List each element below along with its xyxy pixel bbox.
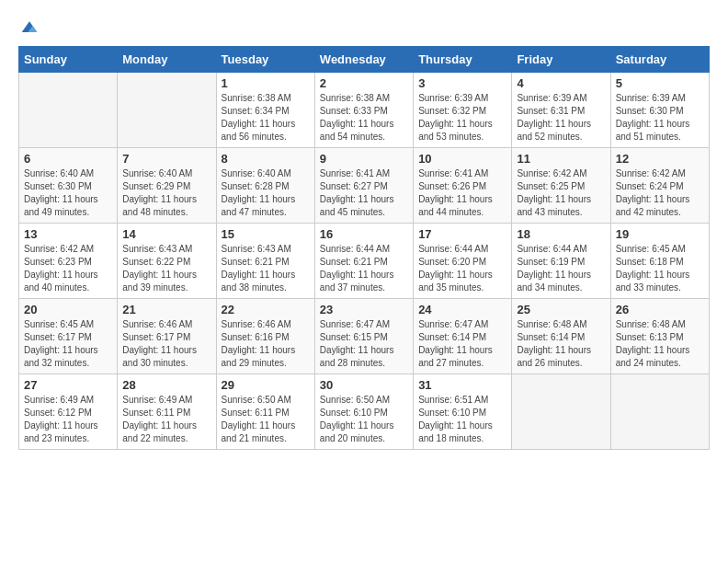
day-number: 3 — [418, 76, 506, 90]
day-info: Sunrise: 6:48 AM Sunset: 6:13 PM Dayligh… — [616, 318, 704, 370]
day-info: Sunrise: 6:43 AM Sunset: 6:22 PM Dayligh… — [122, 243, 210, 294]
day-number: 23 — [320, 303, 408, 316]
day-number: 24 — [418, 303, 506, 316]
calendar-cell: 27Sunrise: 6:49 AM Sunset: 6:12 PM Dayli… — [19, 374, 118, 450]
calendar-week-row: 13Sunrise: 6:42 AM Sunset: 6:23 PM Dayli… — [19, 224, 710, 299]
calendar-cell: 5Sunrise: 6:39 AM Sunset: 6:30 PM Daylig… — [610, 73, 709, 148]
day-number: 8 — [222, 152, 310, 166]
calendar-cell: 20Sunrise: 6:45 AM Sunset: 6:17 PM Dayli… — [19, 299, 118, 374]
day-number: 2 — [320, 76, 408, 90]
calendar-cell: 9Sunrise: 6:41 AM Sunset: 6:27 PM Daylig… — [314, 148, 413, 224]
day-number: 15 — [222, 227, 310, 241]
day-number: 5 — [616, 76, 704, 90]
calendar-week-row: 27Sunrise: 6:49 AM Sunset: 6:12 PM Dayli… — [19, 374, 710, 450]
day-info: Sunrise: 6:42 AM Sunset: 6:23 PM Dayligh… — [24, 243, 112, 294]
day-info: Sunrise: 6:48 AM Sunset: 6:14 PM Dayligh… — [517, 318, 605, 370]
calendar-cell: 2Sunrise: 6:38 AM Sunset: 6:33 PM Daylig… — [314, 73, 413, 148]
calendar-cell: 30Sunrise: 6:50 AM Sunset: 6:10 PM Dayli… — [314, 374, 413, 450]
day-info: Sunrise: 6:39 AM Sunset: 6:30 PM Dayligh… — [616, 92, 704, 144]
weekday-header: Monday — [118, 47, 216, 73]
calendar-cell: 14Sunrise: 6:43 AM Sunset: 6:22 PM Dayli… — [118, 224, 216, 299]
logo-icon — [20, 18, 39, 37]
logo — [18, 18, 39, 37]
day-info: Sunrise: 6:39 AM Sunset: 6:32 PM Dayligh… — [418, 92, 506, 144]
calendar-cell: 24Sunrise: 6:47 AM Sunset: 6:14 PM Dayli… — [414, 299, 512, 374]
day-info: Sunrise: 6:41 AM Sunset: 6:27 PM Dayligh… — [320, 167, 408, 219]
calendar-cell: 7Sunrise: 6:40 AM Sunset: 6:29 PM Daylig… — [118, 148, 216, 224]
calendar-cell: 17Sunrise: 6:44 AM Sunset: 6:20 PM Dayli… — [414, 224, 512, 299]
day-number: 19 — [616, 227, 704, 241]
day-info: Sunrise: 6:40 AM Sunset: 6:30 PM Dayligh… — [24, 167, 112, 219]
day-number: 30 — [320, 378, 408, 392]
weekday-header: Wednesday — [314, 47, 413, 73]
day-info: Sunrise: 6:44 AM Sunset: 6:19 PM Dayligh… — [517, 243, 605, 294]
weekday-header-row: SundayMondayTuesdayWednesdayThursdayFrid… — [19, 47, 710, 73]
day-number: 28 — [122, 378, 210, 392]
calendar-week-row: 6Sunrise: 6:40 AM Sunset: 6:30 PM Daylig… — [19, 148, 710, 224]
day-info: Sunrise: 6:51 AM Sunset: 6:10 PM Dayligh… — [418, 394, 506, 445]
calendar-table: SundayMondayTuesdayWednesdayThursdayFrid… — [18, 46, 710, 450]
day-number: 27 — [24, 378, 112, 392]
day-number: 4 — [517, 76, 605, 90]
day-number: 20 — [24, 303, 112, 316]
calendar-cell: 28Sunrise: 6:49 AM Sunset: 6:11 PM Dayli… — [118, 374, 216, 450]
day-number: 7 — [122, 152, 210, 166]
day-number: 26 — [616, 303, 704, 316]
page-header — [18, 18, 710, 37]
calendar-week-row: 20Sunrise: 6:45 AM Sunset: 6:17 PM Dayli… — [19, 299, 710, 374]
day-info: Sunrise: 6:50 AM Sunset: 6:11 PM Dayligh… — [222, 394, 310, 445]
calendar-cell: 12Sunrise: 6:42 AM Sunset: 6:24 PM Dayli… — [610, 148, 709, 224]
day-info: Sunrise: 6:46 AM Sunset: 6:17 PM Dayligh… — [122, 318, 210, 370]
day-info: Sunrise: 6:40 AM Sunset: 6:29 PM Dayligh… — [122, 167, 210, 219]
day-number: 6 — [24, 152, 112, 166]
day-number: 10 — [418, 152, 506, 166]
day-number: 1 — [222, 76, 310, 90]
day-number: 12 — [616, 152, 704, 166]
day-info: Sunrise: 6:39 AM Sunset: 6:31 PM Dayligh… — [517, 92, 605, 144]
calendar-cell: 31Sunrise: 6:51 AM Sunset: 6:10 PM Dayli… — [414, 374, 512, 450]
day-info: Sunrise: 6:49 AM Sunset: 6:11 PM Dayligh… — [122, 394, 210, 445]
day-number: 18 — [517, 227, 605, 241]
calendar-cell: 15Sunrise: 6:43 AM Sunset: 6:21 PM Dayli… — [216, 224, 314, 299]
calendar-cell: 29Sunrise: 6:50 AM Sunset: 6:11 PM Dayli… — [216, 374, 314, 450]
day-number: 16 — [320, 227, 408, 241]
calendar-cell: 13Sunrise: 6:42 AM Sunset: 6:23 PM Dayli… — [19, 224, 118, 299]
day-info: Sunrise: 6:47 AM Sunset: 6:14 PM Dayligh… — [418, 318, 506, 370]
calendar-cell: 3Sunrise: 6:39 AM Sunset: 6:32 PM Daylig… — [414, 73, 512, 148]
day-info: Sunrise: 6:49 AM Sunset: 6:12 PM Dayligh… — [24, 394, 112, 445]
day-number: 17 — [418, 227, 506, 241]
calendar-cell — [512, 374, 610, 450]
calendar-cell: 19Sunrise: 6:45 AM Sunset: 6:18 PM Dayli… — [610, 224, 709, 299]
calendar-cell: 1Sunrise: 6:38 AM Sunset: 6:34 PM Daylig… — [216, 73, 314, 148]
weekday-header: Tuesday — [216, 47, 314, 73]
day-info: Sunrise: 6:47 AM Sunset: 6:15 PM Dayligh… — [320, 318, 408, 370]
weekday-header: Saturday — [610, 47, 709, 73]
calendar-cell: 26Sunrise: 6:48 AM Sunset: 6:13 PM Dayli… — [610, 299, 709, 374]
calendar-cell: 22Sunrise: 6:46 AM Sunset: 6:16 PM Dayli… — [216, 299, 314, 374]
day-info: Sunrise: 6:42 AM Sunset: 6:25 PM Dayligh… — [517, 167, 605, 219]
calendar-cell: 21Sunrise: 6:46 AM Sunset: 6:17 PM Dayli… — [118, 299, 216, 374]
day-number: 11 — [517, 152, 605, 166]
calendar-cell: 11Sunrise: 6:42 AM Sunset: 6:25 PM Dayli… — [512, 148, 610, 224]
calendar-cell: 4Sunrise: 6:39 AM Sunset: 6:31 PM Daylig… — [512, 73, 610, 148]
day-number: 25 — [517, 303, 605, 316]
day-number: 14 — [122, 227, 210, 241]
day-info: Sunrise: 6:41 AM Sunset: 6:26 PM Dayligh… — [418, 167, 506, 219]
day-number: 21 — [122, 303, 210, 316]
day-info: Sunrise: 6:40 AM Sunset: 6:28 PM Dayligh… — [222, 167, 310, 219]
day-number: 13 — [24, 227, 112, 241]
calendar-cell — [118, 73, 216, 148]
calendar-cell: 16Sunrise: 6:44 AM Sunset: 6:21 PM Dayli… — [314, 224, 413, 299]
calendar-cell: 8Sunrise: 6:40 AM Sunset: 6:28 PM Daylig… — [216, 148, 314, 224]
day-number: 9 — [320, 152, 408, 166]
day-number: 22 — [222, 303, 310, 316]
calendar-cell: 25Sunrise: 6:48 AM Sunset: 6:14 PM Dayli… — [512, 299, 610, 374]
calendar-cell: 6Sunrise: 6:40 AM Sunset: 6:30 PM Daylig… — [19, 148, 118, 224]
weekday-header: Thursday — [414, 47, 512, 73]
calendar-cell: 10Sunrise: 6:41 AM Sunset: 6:26 PM Dayli… — [414, 148, 512, 224]
day-info: Sunrise: 6:42 AM Sunset: 6:24 PM Dayligh… — [616, 167, 704, 219]
weekday-header: Friday — [512, 47, 610, 73]
weekday-header: Sunday — [19, 47, 118, 73]
calendar-cell — [19, 73, 118, 148]
calendar-cell: 18Sunrise: 6:44 AM Sunset: 6:19 PM Dayli… — [512, 224, 610, 299]
